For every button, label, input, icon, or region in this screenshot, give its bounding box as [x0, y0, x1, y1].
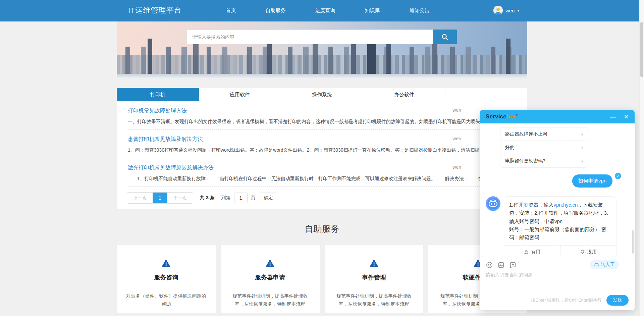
bot-text-line2: 账号：一般为邮箱前缀（@前面的部分） 密码：邮箱密码 — [509, 225, 611, 242]
article-title-link[interactable]: 激光打印机常见故障原因及解决办法 — [128, 165, 214, 170]
emoji-icon[interactable] — [486, 261, 493, 269]
next-page-button[interactable]: 下一页 — [167, 193, 193, 203]
nav-item-progress[interactable]: 进度查询 — [301, 0, 350, 21]
close-button[interactable]: ✕ — [624, 114, 629, 120]
article-excerpt: 一、打印效果不清晰。发现打印出的文件效果很差，或者说很模糊，看不清楚打印的内容，… — [128, 119, 527, 125]
warning-triangle-icon — [333, 260, 416, 269]
site-title[interactable]: IT运维管理平台 — [128, 5, 182, 15]
search-icon — [441, 33, 448, 41]
service-card-consult[interactable]: 服务咨询 对业务（硬件、软件）提供解决问题的帮助 — [117, 245, 216, 313]
article-title-link[interactable]: 惠普打印机常见故障及解决方法 — [128, 136, 203, 142]
image-upload-icon[interactable] — [497, 261, 505, 269]
page-scrollbar[interactable] — [639, 0, 644, 316]
skyscraper-2 — [351, 41, 356, 74]
tab-app-software[interactable]: 应用软件 — [199, 88, 281, 101]
suggestion-item[interactable]: 路由器故障连不上网 › — [500, 127, 588, 141]
suggestion-text: 好的 — [505, 145, 515, 151]
category-tabs: 打印机 应用软件 操作系统 办公软件 — [117, 88, 527, 101]
goto-label: 到第 — [221, 195, 231, 201]
service-card-grid: 服务咨询 对业务（硬件、软件）提供解决问题的帮助 服务器申请 规范事件处理机制，… — [117, 245, 527, 313]
service-desc: 规范事件处理机制，提高事件处理效率，尽快恢复服务，特制定本流程 — [229, 292, 312, 308]
nav-item-notice[interactable]: 通知公告 — [395, 0, 444, 21]
thumbs-down-icon — [580, 249, 585, 255]
service-desc: 规范事件处理机制，提高事件处理效率，尽快恢复服务，特制定本流程 — [333, 292, 416, 308]
search-bar — [186, 30, 457, 44]
user-avatar — [493, 6, 503, 15]
suggestion-item[interactable]: 电脑如何更改密码? › — [500, 154, 588, 167]
service-desc: 对业务（硬件、软件）提供解决问题的帮助 — [125, 292, 208, 308]
nav-item-home[interactable]: 首页 — [211, 0, 251, 21]
confirm-button[interactable]: 确定 — [260, 193, 277, 203]
pagination: 上一页 1 下一页 共 3 条 到第 页 确定 — [127, 192, 527, 209]
vpn-link[interactable]: vpn.hyc.cn — [554, 202, 578, 208]
suggestion-item[interactable]: 好的 › — [500, 141, 588, 154]
servicehot-logo: Servicehot® — [486, 113, 518, 120]
bot-text-part1: 1.打开浏览器，输入 — [509, 202, 554, 208]
thumbs-up-icon — [524, 249, 529, 255]
page-scrollbar-thumb[interactable] — [640, 22, 643, 77]
goto-page-input[interactable] — [234, 193, 248, 203]
knowledge-panel: 打印机 应用软件 操作系统 办公软件 打印机常见故障处理方法 wen 一、打印效… — [117, 88, 527, 209]
useless-button[interactable]: 没用 — [560, 246, 616, 257]
search-input[interactable] — [186, 30, 433, 44]
article-author: wen — [452, 107, 461, 113]
chat-input-section: 转人工 按Enter 键发送，按Ctrl+Enter键换行 发送 — [480, 257, 635, 310]
page-unit-label: 页 — [251, 195, 256, 201]
article-author: wen — [452, 136, 461, 141]
total-count: 共 3 条 — [200, 195, 215, 201]
useless-label: 没用 — [587, 249, 597, 255]
registered-mark-icon: ® — [516, 113, 518, 116]
minimize-button[interactable]: — — [610, 114, 616, 120]
current-page-button[interactable]: 1 — [153, 193, 167, 203]
tab-operating-system[interactable]: 操作系统 — [281, 88, 363, 101]
headset-icon — [594, 262, 599, 267]
useful-label: 有用 — [531, 249, 540, 255]
tab-printer[interactable]: 打印机 — [117, 88, 199, 101]
nav-item-knowledge[interactable]: 知识库 — [350, 0, 395, 21]
article-excerpt: 1、打印机不能自动重新换行故障： 当打印机在打印过程中，无法自动重新换行时，打印… — [128, 176, 527, 182]
chat-scrollbar-thumb[interactable] — [632, 230, 634, 254]
article-row: 惠普打印机常见故障及解决方法 wen 1、问：惠普3030打印普通文档没问题，打… — [128, 130, 527, 158]
chat-header: Servicehot® — ✕ — [480, 110, 635, 123]
service-title: 事件管理 — [333, 273, 416, 281]
article-title-link[interactable]: 打印机常见故障处理方法 — [128, 108, 187, 113]
transfer-to-human-button[interactable]: 转人工 — [590, 260, 619, 269]
caret-down-icon: ▾ — [517, 8, 519, 13]
tab-office-software[interactable]: 办公软件 — [363, 88, 445, 101]
user-message-bubble: 如何申请vpn — [572, 174, 612, 188]
article-author: wen — [452, 164, 461, 170]
service-title: 服务咨询 — [125, 273, 208, 281]
suggestion-text: 路由器故障连不上网 — [505, 131, 547, 137]
feedback-bar: 有用 没用 — [504, 245, 616, 257]
main-nav: 首页 自助服务 进度查询 知识库 通知公告 — [211, 0, 444, 21]
user-message-row: 如何申请vpn ✓ — [486, 174, 626, 188]
chat-textarea[interactable] — [486, 272, 629, 293]
warning-triangle-icon — [229, 260, 312, 269]
logo-service-text: Service — [486, 113, 506, 120]
bot-message-row: 1.打开浏览器，输入vpn.hyc.cn，下载安装包，安装；2.打开软件，填写服… — [486, 196, 626, 257]
service-card-server-apply[interactable]: 服务器申请 规范事件处理机制，提高事件处理效率，尽快恢复服务，特制定本流程 — [221, 245, 320, 313]
service-title: 服务器申请 — [229, 273, 312, 281]
send-button[interactable]: 发送 — [606, 295, 629, 306]
send-hint: 按Enter 键发送，按Ctrl+Enter键换行 — [531, 297, 602, 303]
bot-message-card: 1.打开浏览器，输入vpn.hyc.cn，下载安装包，安装；2.打开软件，填写服… — [504, 196, 616, 257]
article-row: 激光打印机常见故障原因及解决办法 wen 1、打印机不能自动重新换行故障： 当打… — [128, 158, 527, 187]
chat-widget: Servicehot® — ✕ 路由器故障连不上网 › 好的 › 电脑如何更改密… — [480, 110, 635, 310]
user-menu[interactable]: wen ▾ — [493, 6, 519, 15]
username: wen — [505, 8, 515, 13]
prev-page-button[interactable]: 上一页 — [127, 193, 153, 203]
top-navbar: IT运维管理平台 首页 自助服务 进度查询 知识库 通知公告 wen ▾ — [0, 0, 644, 21]
chevron-right-icon: › — [581, 145, 583, 151]
chat-message-area: 路由器故障连不上网 › 好的 › 电脑如何更改密码? › 如何申请vpn ✓ — [480, 123, 635, 257]
waterline — [117, 74, 527, 78]
bot-message-text: 1.打开浏览器，输入vpn.hyc.cn，下载安装包，安装；2.打开软件，填写服… — [504, 197, 616, 245]
service-card-incident[interactable]: 事件管理 规范事件处理机制，提高事件处理效率，尽快恢复服务，特制定本流程 — [325, 245, 424, 313]
article-excerpt: 1、问：惠普3030打印普通文档没问题，打印word就出错。答：故障是word文… — [128, 147, 527, 153]
history-icon[interactable] — [509, 261, 517, 269]
chevron-right-icon: › — [581, 158, 583, 164]
search-button[interactable] — [433, 30, 457, 44]
article-row: 打印机常见故障处理方法 wen 一、打印效果不清晰。发现打印出的文件效果很差，或… — [128, 101, 527, 130]
useful-button[interactable]: 有用 — [504, 246, 560, 257]
nav-item-self-service[interactable]: 自助服务 — [251, 0, 301, 21]
article-list: 打印机常见故障处理方法 wen 一、打印效果不清晰。发现打印出的文件效果很差，或… — [117, 101, 527, 187]
